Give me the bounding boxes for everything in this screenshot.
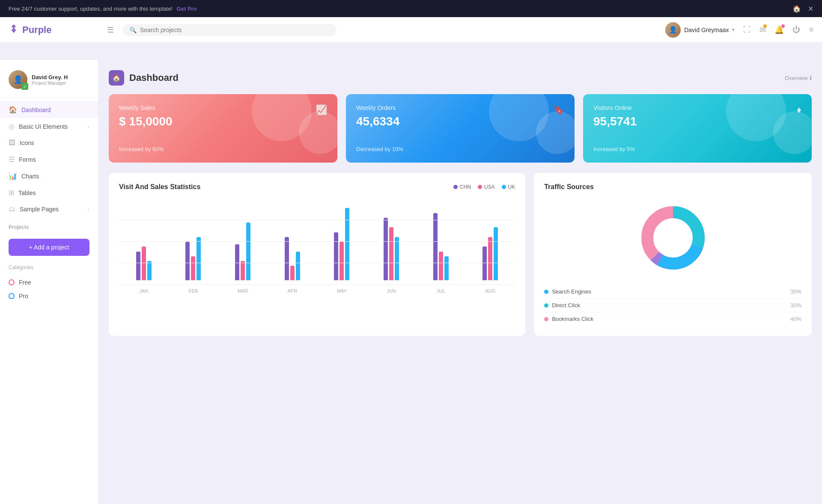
app-layout: 👤 ✓ David Grey. H Project Manager 🏠 Dash… xyxy=(0,60,822,504)
visitors-value: 95,5741 xyxy=(593,115,637,128)
mail-icon[interactable]: ✉ xyxy=(759,25,766,35)
legend-chn: CHN xyxy=(453,184,471,190)
get-pro-link[interactable]: Get Pro xyxy=(177,6,197,12)
search-input[interactable] xyxy=(140,27,330,33)
bar-bar-purple xyxy=(334,232,338,281)
bar-group xyxy=(119,246,169,280)
bar-month-label: MAR xyxy=(218,288,268,294)
expand-icon[interactable]: ⛶ xyxy=(743,25,751,34)
legend-chn-dot xyxy=(453,185,458,189)
banner-text: Free 24/7 customer support, updates, and… xyxy=(9,6,173,12)
add-project-button[interactable]: + Add a project xyxy=(9,239,89,256)
bar-month-label: JUL xyxy=(416,288,466,294)
hamburger-icon[interactable]: ☰ xyxy=(107,25,114,35)
bar-chart-header: Visit And Sales Statistics CHN USA UK xyxy=(119,183,515,191)
list-icon[interactable]: ≡ xyxy=(809,25,813,34)
sidebar-item-tables[interactable]: ⊞ Tables xyxy=(0,184,98,201)
user-info[interactable]: 👤 David Greymaax ▾ xyxy=(665,22,735,38)
profile-name: David Grey. H xyxy=(32,74,68,80)
sales-icon: 📈 xyxy=(316,104,327,116)
header: Purple ☰ 🔍 👤 David Greymaax ▾ ⛶ ✉ 🔔 ⏻ ≡ xyxy=(0,17,822,43)
sidebar-item-sample-pages[interactable]: 🗂 Sample Pages ‹ xyxy=(0,201,98,217)
traffic-item-search: Search Engines 30% xyxy=(544,285,801,299)
legend-usa: USA xyxy=(478,184,495,190)
sidebar: 👤 ✓ David Grey. H Project Manager 🏠 Dash… xyxy=(0,60,98,504)
donut-chart-card: Traffic Sources xyxy=(534,173,812,336)
overview-button[interactable]: Overview ℹ xyxy=(785,75,812,81)
avatar: 👤 xyxy=(665,22,681,38)
donut-chart-title: Traffic Sources xyxy=(544,183,594,191)
bar-bar-purple xyxy=(235,244,239,280)
bar-group xyxy=(218,222,268,280)
stat-card-sales: Weekly Sales $ 15,0000 📈 Increased by 60… xyxy=(109,94,337,163)
donut-center xyxy=(654,219,692,257)
bar-bar-pink xyxy=(488,237,492,280)
sales-footer: Increased by 60% xyxy=(119,146,327,152)
direct-click-dot xyxy=(544,303,548,308)
legend-uk-dot xyxy=(502,185,506,189)
sidebar-label-sample: Sample Pages xyxy=(20,206,59,213)
bar-bar-pink xyxy=(241,261,245,280)
user-profile: 👤 ✓ David Grey. H Project Manager xyxy=(0,67,98,98)
banner-message: Free 24/7 customer support, updates, and… xyxy=(9,6,197,12)
bar-bar-blue xyxy=(197,237,201,280)
bar-bar-purple xyxy=(285,237,289,280)
close-icon[interactable]: ✕ xyxy=(808,5,813,13)
profile-info: David Grey. H Project Manager xyxy=(32,74,68,86)
logo-text: Purple xyxy=(22,24,51,36)
sample-pages-icon: 🗂 xyxy=(9,205,15,213)
donut-chart-header: Traffic Sources xyxy=(544,183,801,191)
orders-value: 45,6334 xyxy=(356,115,399,128)
icons-nav-icon: 🖼 xyxy=(9,139,15,147)
category-free[interactable]: Free xyxy=(0,276,98,289)
bar-bar-pink xyxy=(439,252,443,281)
dashboard-header-icon: 🏠 xyxy=(109,70,124,86)
bar-bar-purple xyxy=(433,213,438,281)
top-banner: Free 24/7 customer support, updates, and… xyxy=(0,0,822,17)
header-right: 👤 David Greymaax ▾ ⛶ ✉ 🔔 ⏻ ≡ xyxy=(665,22,813,38)
category-pro[interactable]: Pro xyxy=(0,289,98,303)
orders-icon: 🔖 xyxy=(553,104,564,116)
sidebar-item-dashboard[interactable]: 🏠 Dashboard xyxy=(0,101,98,118)
sidebar-label-forms: Forms xyxy=(19,156,36,163)
bar-chart-title: Visit And Sales Statistics xyxy=(119,183,200,191)
search-icon: 🔍 xyxy=(129,27,137,33)
bar-chart-area xyxy=(119,199,515,285)
visitors-footer: Increased by 5% xyxy=(593,146,801,152)
bar-bar-pink xyxy=(142,246,146,280)
sidebar-item-forms[interactable]: ☰ Forms xyxy=(0,151,98,168)
bar-month-label: MAY xyxy=(317,288,367,294)
sidebar-item-charts[interactable]: 📊 Charts xyxy=(0,168,98,184)
bar-group xyxy=(317,208,367,280)
info-icon: ℹ xyxy=(810,75,812,81)
sidebar-item-icons[interactable]: 🖼 Icons xyxy=(0,135,98,151)
bar-month-label: APR xyxy=(268,288,317,294)
profile-role: Project Manager xyxy=(32,80,68,86)
bar-bar-pink xyxy=(290,266,295,280)
bar-group xyxy=(366,218,416,280)
sales-label: Weekly Sales xyxy=(119,104,173,111)
bar-bar-pink xyxy=(389,227,393,280)
bar-bar-blue xyxy=(296,252,300,281)
bar-bar-blue xyxy=(444,256,449,280)
bar-bar-purple xyxy=(136,252,140,281)
sidebar-item-ui-elements[interactable]: ◎ Basic UI Elements ‹ xyxy=(0,118,98,135)
stats-grid: Weekly Sales $ 15,0000 📈 Increased by 60… xyxy=(109,94,812,163)
home-icon[interactable]: 🏠 xyxy=(792,5,801,13)
orders-footer: Decreased by 10% xyxy=(356,146,564,152)
pro-dot-icon xyxy=(9,293,15,299)
bell-notification-dot xyxy=(781,24,785,28)
main-content: 🏠 Dashboard Overview ℹ Weekly Sales $ 15… xyxy=(98,60,822,504)
bar-bar-blue xyxy=(494,227,498,280)
traffic-item-bookmarks: Bookmarks Click 40% xyxy=(544,312,801,326)
sidebar-label-ui: Basic UI Elements xyxy=(19,123,68,130)
bar-group xyxy=(466,227,515,280)
free-dot-icon xyxy=(9,279,15,285)
profile-avatar: 👤 ✓ xyxy=(9,70,27,89)
search-wrapper: 🔍 xyxy=(122,24,337,36)
bell-icon[interactable]: 🔔 xyxy=(774,25,784,35)
search-engines-dot xyxy=(544,290,548,294)
direct-click-pct: 30% xyxy=(790,302,801,308)
power-icon[interactable]: ⏻ xyxy=(792,25,800,34)
bar-group xyxy=(169,237,218,280)
